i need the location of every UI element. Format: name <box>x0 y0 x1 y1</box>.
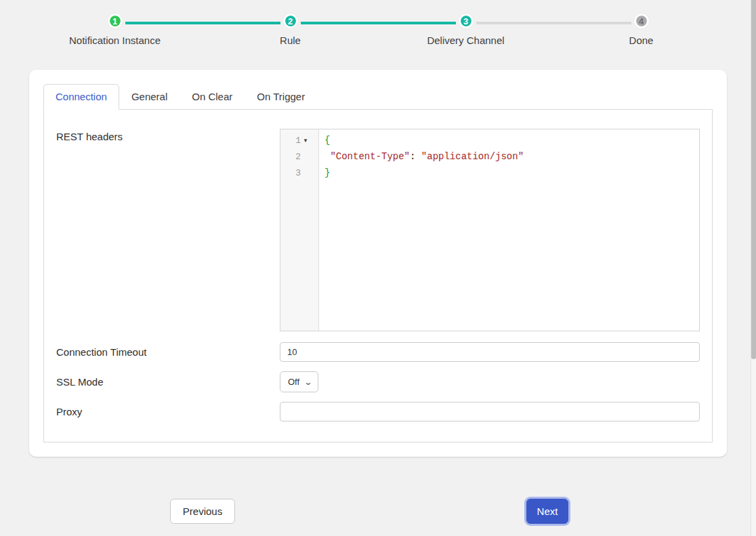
tab-on-clear[interactable]: On Clear <box>180 84 245 109</box>
editor-line-number-gutter: 1▾23 <box>280 129 319 331</box>
tab-connection[interactable]: Connection <box>43 84 119 110</box>
step-label: Delivery Channel <box>427 35 504 46</box>
connection-timeout-row: Connection Timeout <box>56 342 700 362</box>
proxy-row: Proxy <box>56 402 700 421</box>
previous-button[interactable]: Previous <box>170 499 235 524</box>
step-number-circle: 1 <box>108 14 123 28</box>
connection-timeout-input[interactable] <box>280 342 700 362</box>
tab-general[interactable]: General <box>119 84 180 109</box>
line-number: 2 <box>291 152 301 162</box>
rest-headers-row: REST headers 1▾23 { "Content-Type": "app… <box>56 129 700 331</box>
gutter-line: 2 <box>280 148 318 165</box>
code-line[interactable]: } <box>324 165 694 181</box>
chevron-down-icon: ⌄ <box>304 378 313 386</box>
stepper-step-delivery-channel: 3Delivery Channel <box>378 14 553 46</box>
tab-on-trigger[interactable]: On Trigger <box>245 84 317 109</box>
connection-timeout-label: Connection Timeout <box>56 346 280 358</box>
code-line[interactable]: { <box>324 132 694 148</box>
stepper: 1Notification Instance2Rule3Delivery Cha… <box>0 0 756 46</box>
ssl-mode-row: SSL Mode Off ⌄ <box>56 371 700 392</box>
code-token-string: "application/json" <box>421 151 524 162</box>
editor-code-area[interactable]: { "Content-Type": "application/json"} <box>319 129 699 331</box>
stepper-step-done: 4Done <box>553 14 729 46</box>
step-label: Done <box>629 35 654 46</box>
fold-arrow-icon[interactable]: ▾ <box>301 137 310 144</box>
code-token-plain: : <box>410 151 421 162</box>
stepper-step-notification-instance: 1Notification Instance <box>27 14 203 46</box>
rest-headers-code-editor[interactable]: 1▾23 { "Content-Type": "application/json… <box>280 129 700 331</box>
code-token-bracket: } <box>324 167 330 178</box>
code-token-string: "Content-Type" <box>330 151 410 162</box>
ssl-mode-select[interactable]: Off ⌄ <box>280 371 318 392</box>
step-label: Notification Instance <box>69 35 161 46</box>
gutter-line: 3 <box>280 165 318 181</box>
delivery-channel-card: ConnectionGeneralOn ClearOn Trigger REST… <box>29 70 727 457</box>
ssl-mode-label: SSL Mode <box>56 376 280 388</box>
line-number: 1 <box>291 136 301 146</box>
wizard-footer: Previous Next <box>0 499 756 524</box>
proxy-label: Proxy <box>56 406 280 417</box>
step-number-circle: 4 <box>634 14 649 28</box>
next-button[interactable]: Next <box>526 499 568 524</box>
code-token-bracket: { <box>324 135 330 146</box>
vertical-scrollbar-thumb[interactable] <box>751 0 756 359</box>
stepper-step-rule: 2Rule <box>203 14 378 46</box>
ssl-mode-selected-value: Off <box>288 377 299 387</box>
line-number: 3 <box>291 168 301 178</box>
tab-bar: ConnectionGeneralOn ClearOn Trigger <box>43 84 713 109</box>
vertical-scrollbar-track[interactable] <box>751 0 756 536</box>
step-number-circle: 2 <box>283 14 298 28</box>
gutter-line: 1▾ <box>280 132 318 148</box>
connection-tab-pane: REST headers 1▾23 { "Content-Type": "app… <box>43 109 713 442</box>
rest-headers-label: REST headers <box>56 131 280 142</box>
proxy-input[interactable] <box>280 402 700 421</box>
step-number-circle: 3 <box>459 14 474 28</box>
step-label: Rule <box>280 35 301 46</box>
code-line[interactable]: "Content-Type": "application/json" <box>324 148 694 165</box>
